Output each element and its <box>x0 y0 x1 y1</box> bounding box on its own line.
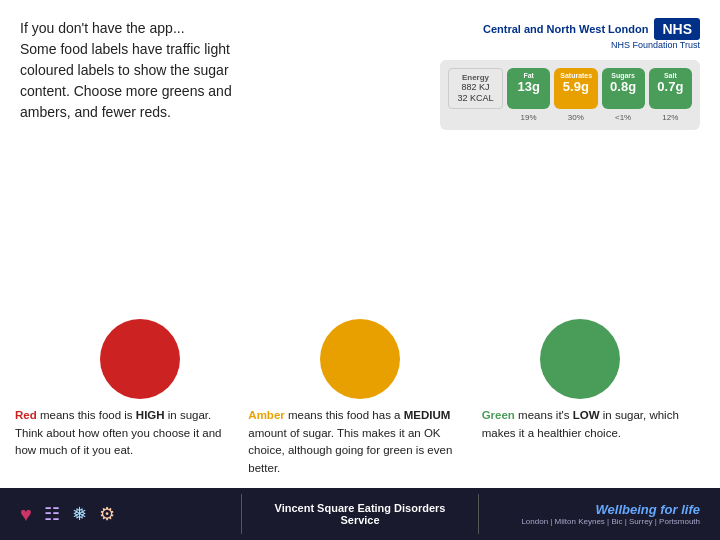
energy-percent <box>448 113 503 122</box>
green-circle <box>540 319 620 399</box>
energy-box: Energy 882 KJ32 KCAL <box>448 68 503 109</box>
footer-divider-2 <box>478 494 479 534</box>
saturates-pill: Saturates 5.9g <box>554 68 597 109</box>
green-label: Green <box>482 409 515 421</box>
percent-row: 19% 30% <1% 12% <box>448 113 692 122</box>
nhs-header: Central and North West London NHS NHS Fo… <box>483 18 700 50</box>
red-text: means this food is <box>40 409 136 421</box>
red-description: Red means this food is HIGH in sugar. Th… <box>15 407 238 478</box>
fat-label: Fat <box>513 72 544 79</box>
nhs-badge: NHS <box>654 18 700 40</box>
nutrition-pills: Fat 13g Saturates 5.9g Sugars 0.8g Sal <box>507 68 692 109</box>
salt-pill: Salt 0.7g <box>649 68 692 109</box>
green-text-start: means it's <box>518 409 573 421</box>
red-label: Red <box>15 409 37 421</box>
sugars-label: Sugars <box>608 72 639 79</box>
amber-description: Amber means this food has a MEDIUM amoun… <box>248 407 471 478</box>
fat-percent: 19% <box>507 113 550 122</box>
footer-divider <box>241 494 242 534</box>
wellbeing-sub: London | Milton Keynes | Bic | Surrey | … <box>521 517 700 526</box>
descriptions-section: Red means this food is HIGH in sugar. Th… <box>0 407 720 488</box>
grid-icon: ☷ <box>44 503 60 525</box>
gear-icon: ⚙ <box>99 503 115 525</box>
main-container: If you don't have the app... Some food l… <box>0 0 720 540</box>
amber-text: means this food has a <box>288 409 404 421</box>
amber-circle <box>320 319 400 399</box>
green-description: Green means it's LOW in sugar, which mak… <box>482 407 705 478</box>
footer-left: ♥ ☷ ❅ ⚙ <box>20 503 225 526</box>
heart-icon: ♥ <box>20 503 32 526</box>
intro-line2: Some food labels have traffic light <box>20 41 230 57</box>
snowflake-icon: ❅ <box>72 503 87 525</box>
org-sub: NHS Foundation Trust <box>611 40 700 50</box>
sugars-percent: <1% <box>602 113 645 122</box>
wellbeing-text: Wellbeing for life <box>596 502 701 517</box>
footer-center: Vincent Square Eating Disorders Service <box>258 502 463 526</box>
intro-line4: content. Choose more greens and <box>20 83 232 99</box>
right-panel: Central and North West London NHS NHS Fo… <box>420 18 700 299</box>
amber-label: Amber <box>248 409 284 421</box>
nutrition-top: Energy 882 KJ32 KCAL Fat 13g Saturates 5… <box>448 68 692 109</box>
saturates-label: Saturates <box>560 72 591 79</box>
circles-section <box>0 309 720 407</box>
org-name: Central and North West London <box>483 23 648 35</box>
salt-label: Salt <box>655 72 686 79</box>
fat-value: 13g <box>513 79 544 95</box>
sugars-pill: Sugars 0.8g <box>602 68 645 109</box>
salt-value: 0.7g <box>655 79 686 95</box>
footer-service-name: Vincent Square Eating Disorders Service <box>258 502 463 526</box>
energy-label: Energy <box>455 73 496 82</box>
top-section: If you don't have the app... Some food l… <box>0 0 720 309</box>
sugars-value: 0.8g <box>608 79 639 95</box>
energy-val: 882 KJ32 KCAL <box>455 82 496 104</box>
footer: ♥ ☷ ❅ ⚙ Vincent Square Eating Disorders … <box>0 488 720 540</box>
intro-line1: If you don't have the app... <box>20 20 185 36</box>
fat-pill: Fat 13g <box>507 68 550 109</box>
green-low: LOW <box>573 409 600 421</box>
intro-line5: ambers, and fewer reds. <box>20 104 171 120</box>
red-circle <box>100 319 180 399</box>
footer-right: Wellbeing for life London | Milton Keyne… <box>495 502 700 526</box>
nutrition-label: Energy 882 KJ32 KCAL Fat 13g Saturates 5… <box>440 60 700 130</box>
saturates-percent: 30% <box>554 113 597 122</box>
saturates-value: 5.9g <box>560 79 591 95</box>
left-content: If you don't have the app... Some food l… <box>20 18 400 299</box>
salt-percent: 12% <box>649 113 692 122</box>
intro-line3: coloured labels to show the sugar <box>20 62 229 78</box>
intro-text: If you don't have the app... Some food l… <box>20 18 400 123</box>
